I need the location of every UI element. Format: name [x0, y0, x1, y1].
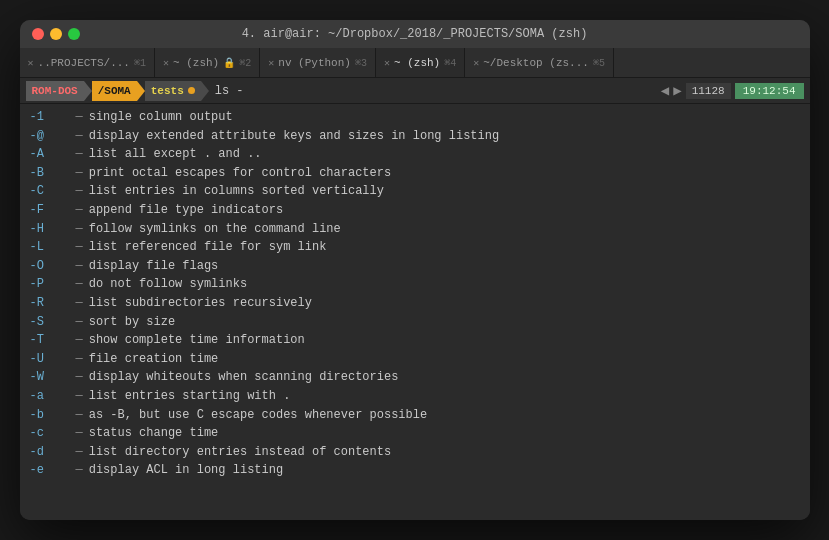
list-item: -1 — single column output	[30, 108, 800, 127]
prompt-command: ls -	[215, 84, 244, 98]
list-item: -e — display ACL in long listing	[30, 461, 800, 480]
close-button[interactable]	[32, 28, 44, 40]
flag-text: -1	[30, 108, 70, 127]
list-item: -F — append file type indicators	[30, 201, 800, 220]
flag-text: -H	[30, 220, 70, 239]
flag-text: -b	[30, 406, 70, 425]
tab-kbd: ⌘5	[593, 57, 605, 69]
tab-label: ~ (zsh)	[394, 57, 440, 69]
separator: —	[76, 220, 83, 239]
lock-icon: 🔒	[223, 57, 235, 69]
separator: —	[76, 145, 83, 164]
list-item: -H — follow symlinks on the command line	[30, 220, 800, 239]
prompt-arrow-1	[84, 81, 92, 101]
description-text: follow symlinks on the command line	[89, 220, 341, 239]
flag-text: -W	[30, 368, 70, 387]
prompt-soma: /SOMA	[92, 81, 137, 101]
description-text: display whiteouts when scanning director…	[89, 368, 399, 387]
description-text: list entries starting with .	[89, 387, 291, 406]
separator: —	[76, 201, 83, 220]
prompt-arrow-3	[201, 81, 209, 101]
separator: —	[76, 182, 83, 201]
tab-close-icon[interactable]: ✕	[473, 57, 479, 69]
description-text: do not follow symlinks	[89, 275, 247, 294]
tab-1[interactable]: ✕ ..PROJECTS/... ⌘1	[20, 48, 155, 77]
flag-text: -S	[30, 313, 70, 332]
description-text: single column output	[89, 108, 233, 127]
flag-text: -A	[30, 145, 70, 164]
traffic-lights	[32, 28, 80, 40]
tab-4[interactable]: ✕ ~ (zsh) ⌘4	[376, 48, 465, 77]
tab-close-icon[interactable]: ✕	[163, 57, 169, 69]
list-item: -d — list directory entries instead of c…	[30, 443, 800, 462]
list-item: -@ — display extended attribute keys and…	[30, 127, 800, 146]
separator: —	[76, 368, 83, 387]
list-item: -T — show complete time information	[30, 331, 800, 350]
separator: —	[76, 424, 83, 443]
flag-text: -C	[30, 182, 70, 201]
tab-label: ..PROJECTS/...	[38, 57, 130, 69]
list-item: -S — sort by size	[30, 313, 800, 332]
list-item: -R — list subdirectories recursively	[30, 294, 800, 313]
nav-next-icon[interactable]: ▶	[673, 82, 681, 99]
titlebar: 4. air@air: ~/Dropbox/_2018/_PROJECTS/SO…	[20, 20, 810, 48]
line-count: 11128	[686, 83, 731, 99]
tab-close-icon[interactable]: ✕	[268, 57, 274, 69]
separator: —	[76, 443, 83, 462]
list-item: -B — print octal escapes for control cha…	[30, 164, 800, 183]
list-item: -U — file creation time	[30, 350, 800, 369]
separator: —	[76, 238, 83, 257]
flag-text: -@	[30, 127, 70, 146]
separator: —	[76, 294, 83, 313]
flag-text: -R	[30, 294, 70, 313]
tabs-bar: ✕ ..PROJECTS/... ⌘1 ✕ ~ (zsh) 🔒 ⌘2 ✕ nv …	[20, 48, 810, 78]
tab-5[interactable]: ✕ ~/Desktop (zs... ⌘5	[465, 48, 614, 77]
tab-close-icon[interactable]: ✕	[28, 57, 34, 69]
description-text: display extended attribute keys and size…	[89, 127, 499, 146]
maximize-button[interactable]	[68, 28, 80, 40]
description-text: display file flags	[89, 257, 219, 276]
flag-text: -a	[30, 387, 70, 406]
window-title: 4. air@air: ~/Dropbox/_2018/_PROJECTS/SO…	[242, 27, 588, 41]
description-text: display ACL in long listing	[89, 461, 283, 480]
list-item: -W — display whiteouts when scanning dir…	[30, 368, 800, 387]
tab-kbd: ⌘1	[134, 57, 146, 69]
list-item: -A — list all except . and ..	[30, 145, 800, 164]
time-display: 19:12:54	[735, 83, 804, 99]
prompt-right: ◀ ▶ 11128 19:12:54	[661, 82, 804, 99]
prompt-rom-dos: ROM-DOS	[26, 81, 84, 101]
prompt-arrow-2	[137, 81, 145, 101]
tab-label: nv (Python)	[278, 57, 351, 69]
flag-text: -P	[30, 275, 70, 294]
separator: —	[76, 275, 83, 294]
prompt-bar: ROM-DOS /SOMA tests ls - ◀ ▶ 11128 19:12…	[20, 78, 810, 104]
tab-2[interactable]: ✕ ~ (zsh) 🔒 ⌘2	[155, 48, 260, 77]
tab-3[interactable]: ✕ nv (Python) ⌘3	[260, 48, 376, 77]
nav-prev-icon[interactable]: ◀	[661, 82, 669, 99]
lines-container: -1 — single column output -@ — display e…	[30, 108, 800, 480]
description-text: show complete time information	[89, 331, 305, 350]
list-item: -c — status change time	[30, 424, 800, 443]
description-text: print octal escapes for control characte…	[89, 164, 391, 183]
separator: —	[76, 257, 83, 276]
tests-label: tests	[151, 85, 184, 97]
flag-text: -F	[30, 201, 70, 220]
separator: —	[76, 461, 83, 480]
separator: —	[76, 108, 83, 127]
flag-text: -e	[30, 461, 70, 480]
tab-close-icon[interactable]: ✕	[384, 57, 390, 69]
tab-kbd: ⌘4	[444, 57, 456, 69]
tab-label: ~/Desktop (zs...	[483, 57, 589, 69]
separator: —	[76, 313, 83, 332]
tab-label: ~ (zsh)	[173, 57, 219, 69]
flag-text: -c	[30, 424, 70, 443]
minimize-button[interactable]	[50, 28, 62, 40]
description-text: sort by size	[89, 313, 175, 332]
description-text: list entries in columns sorted verticall…	[89, 182, 384, 201]
terminal-content[interactable]: -1 — single column output -@ — display e…	[20, 104, 810, 520]
list-item: -b — as -B, but use C escape codes whene…	[30, 406, 800, 425]
flag-text: -U	[30, 350, 70, 369]
prompt-segment: ROM-DOS /SOMA tests ls -	[26, 81, 244, 101]
tab-kbd: ⌘2	[239, 57, 251, 69]
list-item: -C — list entries in columns sorted vert…	[30, 182, 800, 201]
